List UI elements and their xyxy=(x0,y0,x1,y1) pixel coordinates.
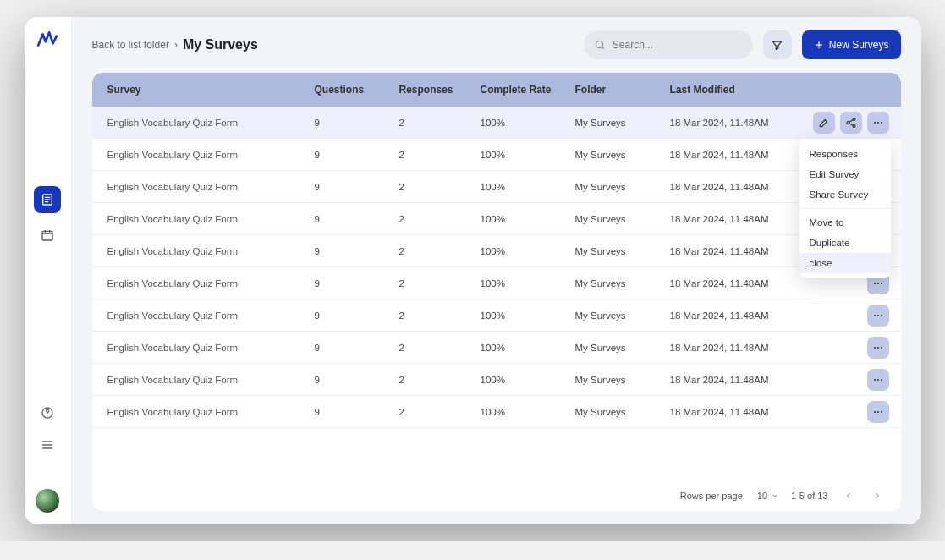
cell-survey: English Vocabulary Quiz Form xyxy=(92,310,308,321)
cell-complete-rate: 100% xyxy=(474,246,569,256)
topbar: Back to list folder › My Surveys New Sur… xyxy=(92,30,901,59)
table-body: English Vocabulary Quiz Form92100%My Sur… xyxy=(92,107,901,480)
cell-actions: MoreResponsesEdit SurveyShare SurveyMove… xyxy=(799,112,901,134)
dropdown-move[interactable]: Move to xyxy=(799,212,891,233)
cell-responses: 2 xyxy=(393,310,474,321)
more-button[interactable] xyxy=(867,369,889,391)
cell-complete-rate: 100% xyxy=(474,118,569,128)
cell-questions: 9 xyxy=(308,214,393,224)
rows-per-page-select[interactable]: 10 xyxy=(757,491,779,501)
svg-point-24 xyxy=(881,282,882,283)
avatar[interactable] xyxy=(36,489,59,513)
cell-actions xyxy=(799,369,901,391)
breadcrumb: Back to list folder › My Surveys xyxy=(92,37,258,52)
svg-point-31 xyxy=(873,378,875,380)
cell-last-modified: 18 Mar 2024, 11.48AM xyxy=(663,343,799,353)
app-shell: Back to list folder › My Surveys New Sur… xyxy=(25,17,921,524)
sidebar xyxy=(25,17,72,524)
table-row[interactable]: English Vocabulary Quiz Form92100%My Sur… xyxy=(92,364,901,396)
cell-folder: My Surveys xyxy=(569,182,663,192)
svg-point-29 xyxy=(876,346,878,348)
help-icon[interactable] xyxy=(34,399,61,426)
cell-survey: English Vocabulary Quiz Form xyxy=(92,214,308,224)
search-wrap xyxy=(584,30,753,59)
search-input[interactable] xyxy=(584,30,753,59)
table-row[interactable]: English Vocabulary Quiz Form92100%My Sur… xyxy=(92,107,901,139)
new-surveys-button[interactable]: New Surveys xyxy=(802,30,901,59)
nav-calendar[interactable] xyxy=(34,222,61,249)
cell-responses: 2 xyxy=(393,246,474,256)
cell-questions: 9 xyxy=(308,375,393,385)
col-survey: Survey xyxy=(92,84,308,96)
cell-folder: My Surveys xyxy=(569,118,663,128)
table-row[interactable]: English Vocabulary Quiz Form92100%My Sur… xyxy=(92,171,901,203)
cell-responses: 2 xyxy=(393,118,474,128)
table-row[interactable]: English Vocabulary Quiz Form92100%My Sur… xyxy=(92,267,901,299)
svg-point-7 xyxy=(873,121,875,123)
cell-responses: 2 xyxy=(393,150,474,160)
more-button[interactable] xyxy=(867,401,889,423)
cell-last-modified: 18 Mar 2024, 11.48AM xyxy=(663,375,799,385)
menu-icon[interactable] xyxy=(34,431,61,458)
col-folder: Folder xyxy=(569,84,663,96)
share-button[interactable] xyxy=(840,112,862,134)
more-button[interactable] xyxy=(867,112,889,134)
dropdown-close[interactable]: close xyxy=(799,253,891,273)
cell-responses: 2 xyxy=(393,407,474,417)
new-surveys-label: New Surveys xyxy=(829,39,889,51)
svg-point-26 xyxy=(876,314,878,316)
svg-rect-1 xyxy=(42,231,52,240)
dropdown-share[interactable]: Share Survey xyxy=(799,184,891,205)
app-logo xyxy=(36,29,58,51)
cell-last-modified: 18 Mar 2024, 11.48AM xyxy=(663,278,799,288)
cell-questions: 9 xyxy=(308,343,393,353)
table-row[interactable]: English Vocabulary Quiz Form92100%My Sur… xyxy=(92,139,901,171)
cell-responses: 2 xyxy=(393,375,474,385)
cell-last-modified: 18 Mar 2024, 11.48AM xyxy=(663,310,799,321)
dropdown-duplicate[interactable]: Duplicate xyxy=(799,233,891,253)
cell-complete-rate: 100% xyxy=(474,343,569,353)
cell-survey: English Vocabulary Quiz Form xyxy=(92,246,308,256)
cell-folder: My Surveys xyxy=(569,407,663,417)
table-row[interactable]: English Vocabulary Quiz Form92100%My Sur… xyxy=(92,203,901,235)
cell-folder: My Surveys xyxy=(569,375,663,385)
cell-last-modified: 18 Mar 2024, 11.48AM xyxy=(663,182,799,192)
svg-point-25 xyxy=(873,314,875,316)
table-row[interactable]: English Vocabulary Quiz Form92100%My Sur… xyxy=(92,396,901,428)
nav-surveys[interactable] xyxy=(34,186,61,213)
edit-button[interactable] xyxy=(813,112,835,134)
table-row[interactable]: English Vocabulary Quiz Form92100%My Sur… xyxy=(92,235,901,267)
table-row[interactable]: English Vocabulary Quiz Form92100%My Sur… xyxy=(92,299,901,332)
filter-button[interactable] xyxy=(763,30,792,59)
more-button[interactable] xyxy=(867,337,889,359)
cell-questions: 9 xyxy=(308,182,393,192)
cell-last-modified: 18 Mar 2024, 11.48AM xyxy=(663,214,799,224)
surveys-table: Survey Questions Responses Complete Rate… xyxy=(92,73,901,511)
dropdown-responses[interactable]: Responses xyxy=(799,144,891,164)
cell-survey: English Vocabulary Quiz Form xyxy=(92,150,308,160)
chevron-right-icon: › xyxy=(174,39,178,51)
pagination-next[interactable] xyxy=(869,487,886,504)
breadcrumb-back[interactable]: Back to list folder xyxy=(92,39,169,51)
dropdown-divider xyxy=(799,208,891,209)
table-header: Survey Questions Responses Complete Rate… xyxy=(92,73,901,107)
cell-folder: My Surveys xyxy=(569,278,663,288)
pagination-prev[interactable] xyxy=(840,487,857,504)
svg-point-9 xyxy=(881,121,882,123)
cell-actions xyxy=(799,337,901,359)
more-button[interactable] xyxy=(867,305,889,327)
cell-responses: 2 xyxy=(393,343,474,353)
cell-complete-rate: 100% xyxy=(474,214,569,224)
table-row[interactable]: English Vocabulary Quiz Form92100%My Sur… xyxy=(92,332,901,364)
rows-per-page-value: 10 xyxy=(757,491,767,501)
dropdown-edit[interactable]: Edit Survey xyxy=(799,164,891,184)
cell-actions xyxy=(799,305,901,327)
cell-last-modified: 18 Mar 2024, 11.48AM xyxy=(663,118,799,128)
cell-folder: My Surveys xyxy=(569,150,663,160)
col-questions: Questions xyxy=(308,84,393,96)
cell-folder: My Surveys xyxy=(569,214,663,224)
svg-point-33 xyxy=(881,378,882,380)
cell-survey: English Vocabulary Quiz Form xyxy=(92,407,308,417)
cell-folder: My Surveys xyxy=(569,343,663,353)
svg-point-28 xyxy=(873,346,875,348)
